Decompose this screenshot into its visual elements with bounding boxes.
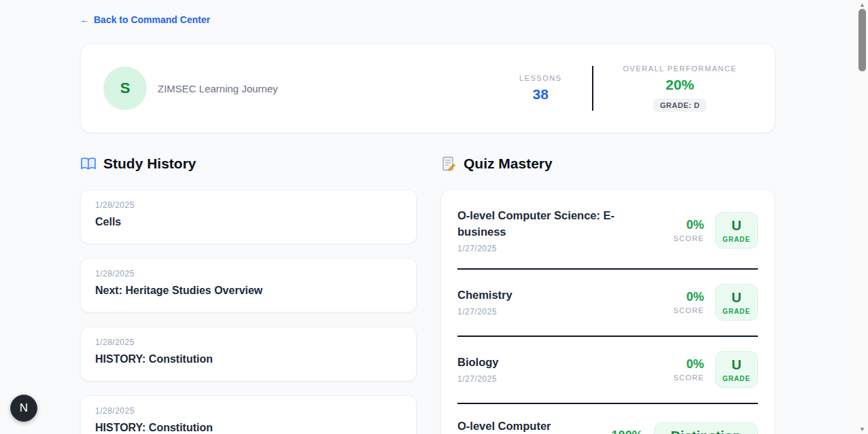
lessons-stat: LESSONS 38 [519, 74, 561, 103]
grade-value: U [723, 357, 750, 373]
performance-value: 20% [623, 77, 737, 93]
quiz-score: 100% SCORE [601, 429, 643, 434]
grade-badge: U GRADE [715, 284, 758, 321]
quiz-title: Chemistry [457, 287, 654, 304]
quiz-score: 0% SCORE [662, 290, 704, 314]
study-date: 1/28/2025 [95, 269, 402, 278]
grade-value: Distinction [671, 429, 741, 434]
study-history-section: Study History 1/28/2025 Cells 1/28/2025 … [80, 156, 417, 434]
grade-value: U [723, 218, 750, 234]
back-arrow-icon: ← [80, 14, 90, 25]
study-history-card: 1/28/2025 HISTORY: Constitution [80, 327, 417, 381]
score-label: SCORE [662, 234, 704, 242]
scrollbar[interactable]: ▲ ▼ [856, 0, 868, 434]
quiz-date: 1/27/2025 [457, 374, 654, 384]
open-book-icon [80, 156, 97, 172]
quiz-row: O-level Computer Science: E-business 1/2… [457, 194, 758, 270]
performance-label: OVERALL PERFORMANCE [623, 65, 737, 73]
journey-title: ZIMSEC Learning Journey [158, 83, 278, 94]
quiz-row: O-level Computer Science: SDLC 1/28/2025… [457, 404, 758, 434]
score-value: 100% [601, 429, 643, 434]
grade-pill: GRADE: D [653, 98, 706, 112]
stats-group: LESSONS 38 OVERALL PERFORMANCE 20% GRADE… [519, 65, 737, 112]
scrollbar-up-arrow[interactable]: ▲ [856, 0, 868, 10]
quiz-mastery-section: Quiz Mastery O-level Computer Science: E… [440, 156, 775, 434]
n-button-letter: N [20, 401, 28, 415]
study-date: 1/28/2025 [95, 338, 402, 347]
lessons-label: LESSONS [519, 74, 561, 82]
score-label: SCORE [662, 374, 704, 382]
grade-label: GRADE [723, 236, 750, 243]
quiz-score: 0% SCORE [662, 218, 704, 242]
quiz-info: O-level Computer Science: E-business 1/2… [457, 208, 662, 253]
journey-summary-card: S ZIMSEC Learning Journey LESSONS 38 OVE… [80, 43, 776, 133]
study-title: HISTORY: Constitution [95, 353, 402, 365]
back-to-command-center-link[interactable]: ← Back to Command Center [80, 14, 210, 25]
score-value: 0% [662, 290, 704, 304]
quiz-row: Biology 1/27/2025 0% SCORE U GRADE [457, 337, 758, 404]
grade-badge: U GRADE [715, 212, 758, 249]
quiz-info: Biology 1/27/2025 [457, 355, 662, 384]
study-history-list: 1/28/2025 Cells 1/28/2025 Next: Heritage… [80, 189, 417, 434]
study-history-card: 1/28/2025 Next: Heritage Studies Overvie… [80, 258, 417, 312]
scrollbar-thumb[interactable] [858, 9, 866, 71]
study-history-heading: Study History [80, 156, 417, 172]
grade-value: U [723, 290, 750, 306]
quiz-row: Chemistry 1/27/2025 0% SCORE U GRADE [457, 270, 758, 337]
study-history-card: 1/28/2025 HISTORY: Constitution [80, 395, 417, 434]
quiz-mastery-heading: Quiz Mastery [440, 156, 775, 172]
study-date: 1/28/2025 [95, 406, 402, 416]
lessons-value: 38 [519, 86, 561, 103]
stats-divider [592, 66, 593, 111]
quiz-date: 1/27/2025 [457, 307, 654, 317]
grade-badge: Distinction GRADE [654, 422, 758, 434]
score-value: 0% [662, 357, 704, 372]
quiz-title: Biology [457, 355, 654, 371]
grade-label: GRADE [723, 375, 750, 382]
quiz-mastery-title: Quiz Mastery [464, 156, 553, 172]
quiz-info: O-level Computer Science: SDLC 1/28/2025 [457, 418, 601, 434]
scrollbar-down-arrow[interactable]: ▼ [856, 424, 868, 434]
memo-pencil-icon [440, 156, 457, 172]
score-label: SCORE [662, 306, 704, 314]
avatar: S [103, 67, 147, 110]
study-title: Next: Heritage Studies Overview [95, 285, 402, 297]
quiz-mastery-panel: O-level Computer Science: E-business 1/2… [440, 189, 775, 434]
study-history-title: Study History [103, 156, 196, 172]
quiz-title: O-level Computer Science: SDLC [457, 418, 593, 434]
score-value: 0% [662, 218, 704, 232]
study-history-card: 1/28/2025 Cells [80, 189, 417, 244]
back-link-label: Back to Command Center [94, 14, 210, 25]
study-title: HISTORY: Constitution [95, 422, 402, 434]
quiz-info: Chemistry 1/27/2025 [457, 287, 662, 317]
performance-stat: OVERALL PERFORMANCE 20% GRADE: D [623, 65, 737, 112]
grade-badge: U GRADE [715, 351, 758, 388]
study-date: 1/28/2025 [95, 200, 402, 210]
study-title: Cells [95, 216, 402, 228]
grade-label: GRADE [723, 308, 750, 315]
quiz-date: 1/27/2025 [457, 244, 654, 253]
quiz-title: O-level Computer Science: E-business [457, 208, 654, 240]
quiz-score: 0% SCORE [662, 357, 704, 382]
devtools-n-button[interactable]: N [10, 395, 37, 422]
